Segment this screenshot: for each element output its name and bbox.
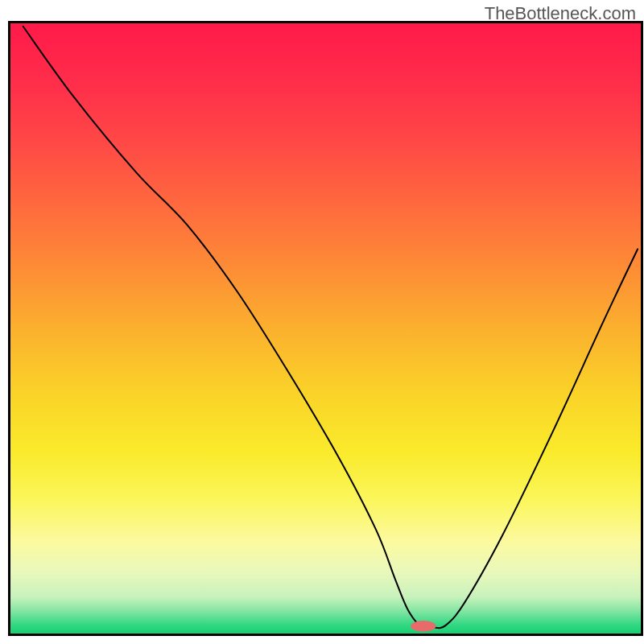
watermark-text: TheBottleneck.com bbox=[485, 3, 636, 24]
bottleneck-chart bbox=[0, 0, 644, 644]
chart-svg bbox=[0, 0, 644, 644]
chart-background bbox=[10, 23, 641, 634]
optimal-marker bbox=[411, 621, 436, 632]
